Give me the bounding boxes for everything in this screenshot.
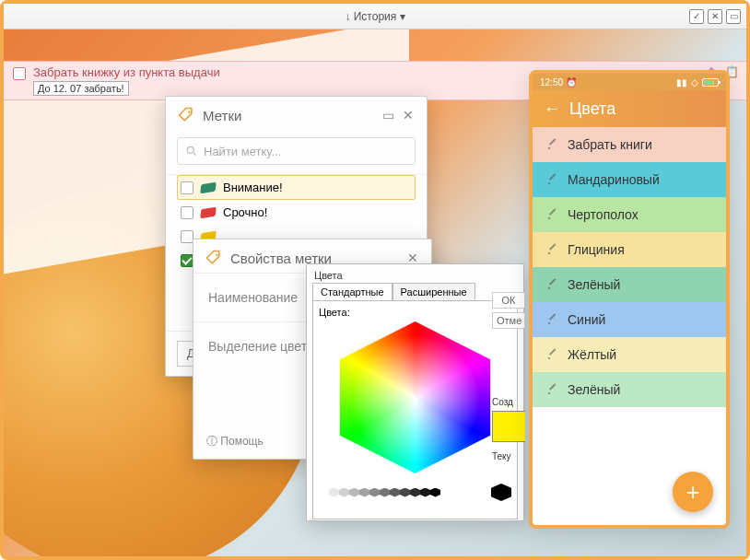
color-list-item[interactable]: Забрать книги [533,127,726,162]
create-label: Созд [492,397,525,407]
ok-button[interactable]: ОК [492,292,525,309]
close-icon[interactable]: ✕ [401,108,416,122]
tag-color-icon [200,181,216,193]
status-bar: 12:50 ⏰ ▮▮ ◇ 58 [533,74,726,90]
maximize-icon[interactable]: ▭ [381,108,395,122]
color-list-item[interactable]: Зелёный [533,372,726,407]
brush-icon [544,382,558,397]
item-label: Зелёный [568,382,620,397]
phone-header: ← Цвета [533,90,726,127]
tag-checkbox[interactable] [181,254,193,267]
header-title: Цвета [569,99,615,119]
item-label: Зелёный [568,277,620,292]
brush-icon [544,137,558,152]
item-label: Мандариновый [568,172,660,187]
tag-label: Внимание! [223,181,283,194]
signal-icon: ▮▮ [676,77,687,88]
brush-icon [544,347,558,362]
tag-label: Срочно! [223,205,267,219]
history-dropdown[interactable]: ↓ История ▾ [345,10,404,23]
panel-title: Метки [203,108,373,123]
task-title: Забрать книжку из пункта выдачи [33,65,220,79]
task-due: До 12. 07 забрать! [33,81,129,96]
colors-label: Цвета: [319,307,511,318]
current-label: Теку [492,451,525,461]
svg-point-1 [187,146,193,153]
brush-icon [544,242,558,257]
tag-row[interactable]: Срочно! [177,200,416,225]
cancel-button[interactable]: Отме [492,312,525,329]
brush-icon [544,207,558,222]
tag-row[interactable]: Внимание! [177,175,416,200]
back-icon[interactable]: ← [544,99,560,119]
color-list-item[interactable]: Мандариновый [533,162,726,197]
svg-line-2 [193,153,196,156]
item-label: Жёлтый [568,347,616,362]
greyscale-row[interactable] [319,488,440,497]
color-list-item[interactable]: Синий [533,302,726,337]
item-label: Забрать книги [568,137,652,152]
panel-title: Цвета [307,264,523,283]
current-swatch [492,411,525,442]
phone-frame: 12:50 ⏰ ▮▮ ◇ 58 ← Цвета Забрать книгиМан… [529,70,730,529]
item-label: Синий [568,312,605,327]
item-label: Чертополох [568,207,639,222]
tag-icon [177,106,195,124]
search-input[interactable]: Найти метку... [177,137,416,165]
battery-icon: 58 [702,78,719,87]
check-icon[interactable]: ✓ [689,9,704,24]
x-icon[interactable]: ✕ [708,9,722,24]
color-list-item[interactable]: Чертополох [533,197,726,232]
svg-point-3 [216,253,218,256]
brush-icon [544,312,558,327]
fab-add[interactable]: + [673,472,713,512]
svg-point-0 [188,111,191,113]
task-checkbox[interactable] [13,67,26,80]
search-icon [185,145,198,158]
black-hex[interactable] [491,484,511,501]
color-hexagon[interactable] [328,321,503,478]
color-list-item[interactable]: Глициния [533,232,726,267]
color-picker-panel: Цвета Стандартные Расширенные Цвета: ОК … [306,263,524,521]
tag-checkbox[interactable] [181,181,193,194]
item-label: Глициния [568,242,625,257]
wifi-icon: ◇ [691,77,698,88]
color-list-item[interactable]: Зелёный [533,267,726,302]
topbar: ↓ История ▾ ✓ ✕ ▭ [4,4,746,29]
help-link[interactable]: ⓘ Помощь [206,434,264,449]
brush-icon [544,277,558,292]
tab-standard[interactable]: Стандартные [312,283,393,301]
tag-color-icon [200,206,216,218]
color-list-item[interactable]: Жёлтый [533,337,726,372]
tag-checkbox[interactable] [181,230,193,243]
tag-icon [205,249,223,267]
window-icon[interactable]: ▭ [726,9,741,24]
tab-extended[interactable]: Расширенные [393,283,475,301]
tag-checkbox[interactable] [181,206,193,219]
brush-icon [544,172,558,187]
